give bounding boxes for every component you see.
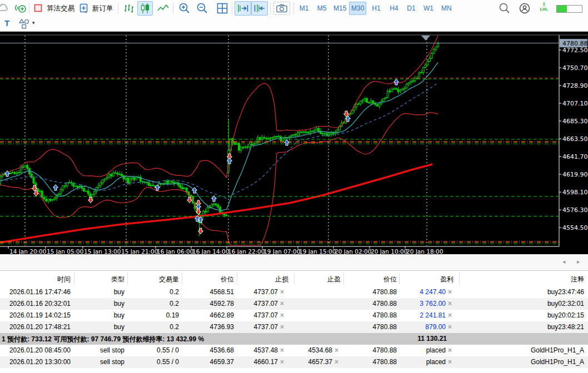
table-row[interactable]: 2026.01.20 08:45:00sell stop0.55 / 04536… xyxy=(0,345,588,356)
column-header[interactable]: 类型 xyxy=(111,275,124,284)
cell-type: buy xyxy=(114,311,124,319)
timeframe-H1[interactable]: H1 xyxy=(369,2,383,15)
cell-profit: 4 247.40 xyxy=(420,288,446,296)
text-tool-icon[interactable]: T xyxy=(4,18,9,28)
cell-current-price: 4780.88 xyxy=(373,288,397,296)
column-header[interactable]: 注释 xyxy=(571,275,584,284)
time-tick-label: 20 Jan 18:00 xyxy=(406,248,443,254)
close-icon[interactable]: × xyxy=(335,346,338,354)
column-header[interactable]: 盈利 xyxy=(440,275,454,284)
timeframe-M30[interactable]: M30 xyxy=(349,2,366,15)
column-header[interactable]: 价位 xyxy=(221,275,234,284)
close-icon[interactable]: × xyxy=(448,346,452,354)
cell-current-price: 4780.88 xyxy=(373,346,397,354)
camera-icon[interactable] xyxy=(273,2,290,15)
cell-profit: 3 762.00 xyxy=(420,300,446,308)
cell-open-price: 4662.89 xyxy=(210,311,234,319)
cell-current-price: 4780.88 xyxy=(373,323,397,331)
signal-add-icon[interactable] xyxy=(14,0,27,17)
cell-comment: buy23:48:21 xyxy=(547,323,584,331)
close-icon[interactable]: × xyxy=(448,300,452,308)
algo-trading-button[interactable]: 算法交易 xyxy=(33,0,74,17)
cell-time: 2026.01.20 08:45:00 xyxy=(9,346,71,354)
bar-chart-icon[interactable] xyxy=(123,0,135,17)
trade-marker-up-icon xyxy=(394,79,399,85)
column-header[interactable]: 时间 xyxy=(57,275,71,284)
close-icon[interactable]: × xyxy=(448,323,452,331)
cell-profit: 879.00 xyxy=(425,323,446,331)
algo-trading-label: 算法交易 xyxy=(47,4,74,13)
timeframe-W1[interactable]: W1 xyxy=(421,2,436,15)
price-chart[interactable]: 4772.504750.704728.904707.104685.304663.… xyxy=(0,32,588,254)
close-icon[interactable]: × xyxy=(280,311,284,319)
close-icon[interactable]: × xyxy=(335,358,338,366)
price-tick-label: 4576.30 xyxy=(562,206,588,214)
table-row[interactable]: 2026.01.16 20:32:01buy0.24592.784737.07×… xyxy=(0,298,588,310)
close-icon[interactable]: × xyxy=(448,358,452,366)
cloud-icon[interactable] xyxy=(0,0,10,17)
table-row[interactable]: 2026.01.19 14:02:15buy0.194662.894737.07… xyxy=(0,310,588,321)
trade-marker-down-icon xyxy=(198,228,203,234)
time-tick-label: 19 Jan 15:00 xyxy=(299,248,336,254)
account-icon[interactable] xyxy=(518,0,531,17)
account-summary-row[interactable]: 1 预付款: 733.12 可用预付款: 97 746.79 预付款维持率: 1… xyxy=(0,333,588,345)
close-icon[interactable]: × xyxy=(280,358,284,366)
scroll-right-icon[interactable]: ▸ xyxy=(577,258,580,265)
column-header[interactable]: 止损 xyxy=(275,275,288,284)
new-order-button[interactable]: 新订单 xyxy=(78,0,113,17)
auto-scroll-icon[interactable] xyxy=(235,1,251,16)
cell-type: buy xyxy=(114,323,124,331)
scroll-left-icon[interactable]: ◂ xyxy=(562,258,566,265)
level-indicator[interactable]: ⇧ LVL xyxy=(537,2,551,12)
column-header[interactable]: 止盈 xyxy=(327,275,341,284)
cell-profit: 2 241.81 xyxy=(420,311,446,319)
timeframe-D1[interactable]: D1 xyxy=(404,2,418,15)
timeframe-M1[interactable]: M1 xyxy=(297,2,311,15)
timeframe-M15[interactable]: M15 xyxy=(331,2,348,15)
cell-type: sell stop xyxy=(100,358,124,366)
close-icon[interactable]: × xyxy=(280,300,284,308)
window-grid-icon[interactable] xyxy=(216,0,229,17)
table-header-row: 时间类型交易量价位止损止盈价位盈利注释 xyxy=(0,271,588,286)
zoom-in-icon[interactable] xyxy=(178,0,191,17)
cell-type: buy xyxy=(114,300,124,308)
table-row[interactable]: 2026.01.20 17:48:21buy0.24736.934737.07×… xyxy=(0,321,588,333)
chart-shift-icon[interactable] xyxy=(251,1,268,16)
cell-take-profit: 4657.37 xyxy=(308,358,332,366)
line-chart-icon[interactable] xyxy=(157,0,170,17)
close-icon[interactable]: × xyxy=(280,288,284,296)
close-icon[interactable]: × xyxy=(448,311,452,319)
timeframe-H4[interactable]: H4 xyxy=(387,2,401,15)
shapes-dropdown-icon[interactable]: ▾ xyxy=(32,20,35,26)
cell-stop-loss: 4737.07 xyxy=(254,300,278,308)
search-icon[interactable] xyxy=(498,0,511,17)
candle-chart-icon[interactable] xyxy=(137,1,153,16)
close-icon[interactable]: × xyxy=(448,288,452,296)
column-divider xyxy=(294,273,295,285)
cell-type: sell stop xyxy=(100,346,124,354)
time-tick-label: 20 Jan 10:00 xyxy=(371,248,407,254)
table-row[interactable]: 2026.01.16 17:47:46buy0.24568.514737.07×… xyxy=(0,286,588,298)
column-divider xyxy=(343,273,344,285)
timeframe-M5[interactable]: M5 xyxy=(315,2,329,15)
time-tick-label: 16 Jan 14:00 xyxy=(192,248,229,254)
level-up-arrow-icon: ⇧ xyxy=(537,2,551,7)
cell-volume: 0.2 xyxy=(170,288,179,296)
cell-volume: 0.2 xyxy=(170,323,179,331)
toolbar-separator xyxy=(232,3,232,14)
close-icon[interactable]: × xyxy=(280,323,284,331)
shapes-tool-icon[interactable] xyxy=(18,18,31,32)
cell-stop-loss: 4737.07 xyxy=(254,323,278,331)
toolbar-separator xyxy=(173,3,173,14)
cell-profit: placed xyxy=(426,358,446,366)
table-row[interactable]: 2026.01.20 13:30:00sell stop0.55 / 04659… xyxy=(0,356,588,368)
price-tick-label: 4619.90 xyxy=(562,171,588,178)
close-icon[interactable]: × xyxy=(280,346,284,354)
zoom-out-icon[interactable] xyxy=(196,0,209,17)
time-tick-label: 15 Jan 05:00 xyxy=(47,248,83,254)
column-header[interactable]: 价位 xyxy=(383,275,397,284)
column-header[interactable]: 交易量 xyxy=(159,275,179,284)
timeframe-MN[interactable]: MN xyxy=(439,2,454,15)
column-divider xyxy=(74,273,74,285)
chart-tab-strip: ◂ ▸ xyxy=(0,254,588,271)
